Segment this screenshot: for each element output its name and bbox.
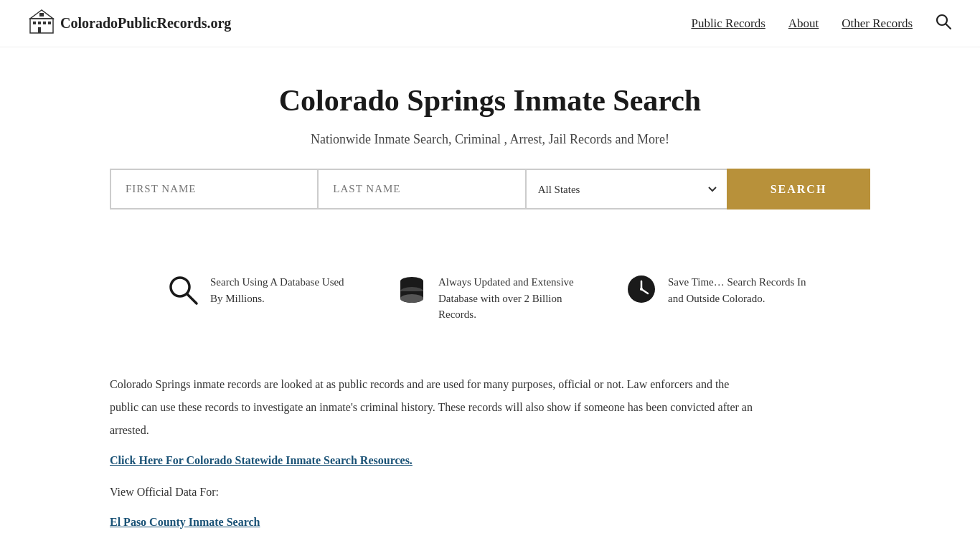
- database-icon: [397, 274, 427, 309]
- nav-search-icon[interactable]: [936, 14, 951, 34]
- logo[interactable]: ColoradoPublicRecords.org: [29, 9, 231, 38]
- clock-icon: [626, 274, 656, 309]
- first-name-input[interactable]: [110, 169, 317, 209]
- main-nav: Public Records About Other Records: [691, 14, 951, 34]
- svg-point-19: [640, 288, 643, 291]
- last-name-input[interactable]: [317, 169, 524, 209]
- main-content: Colorado Springs Inmate Search Nationwid…: [81, 47, 899, 551]
- logo-text: ColoradoPublicRecords.org: [60, 15, 231, 32]
- svg-point-15: [400, 294, 423, 303]
- hero-subtitle: Nationwide Inmate Search, Criminal , Arr…: [110, 132, 870, 147]
- svg-line-10: [946, 24, 951, 29]
- view-official-label: View Official Data For:: [110, 481, 755, 504]
- svg-rect-3: [43, 22, 46, 24]
- svg-rect-8: [39, 13, 44, 17]
- feature-database: Always Updated and Extensive Database wi…: [397, 274, 583, 323]
- feature-clock-text: Save Time… Search Records In and Outside…: [668, 274, 813, 306]
- page-title: Colorado Springs Inmate Search: [110, 83, 870, 118]
- nav-about[interactable]: About: [788, 17, 819, 31]
- svg-line-12: [187, 294, 197, 303]
- feature-search: Search Using A Database Used By Millions…: [167, 274, 354, 311]
- feature-clock: Save Time… Search Records In and Outside…: [626, 274, 813, 309]
- statewide-link[interactable]: Click Here For Colorado Statewide Inmate…: [110, 454, 413, 466]
- header: ColoradoPublicRecords.org Public Records…: [0, 0, 980, 47]
- nav-other-records[interactable]: Other Records: [842, 17, 913, 31]
- hero-section: Colorado Springs Inmate Search Nationwid…: [110, 47, 870, 260]
- svg-rect-5: [38, 27, 41, 33]
- search-bar: All States Alabama Alaska Arizona Arkans…: [110, 169, 870, 209]
- logo-icon: [29, 9, 55, 38]
- svg-rect-2: [38, 22, 41, 24]
- search-button[interactable]: SEARCH: [727, 169, 870, 209]
- feature-search-text: Search Using A Database Used By Millions…: [210, 274, 354, 306]
- content-paragraph: Colorado Springs inmate records are look…: [110, 373, 755, 442]
- svg-rect-4: [48, 22, 51, 24]
- state-select[interactable]: All States Alabama Alaska Arizona Arkans…: [525, 169, 727, 209]
- elpaso-link[interactable]: El Paso County Inmate Search: [110, 516, 260, 528]
- features-section: Search Using A Database Used By Millions…: [110, 260, 870, 359]
- svg-rect-1: [33, 22, 36, 24]
- nav-public-records[interactable]: Public Records: [691, 17, 765, 31]
- feature-database-text: Always Updated and Extensive Database wi…: [438, 274, 583, 323]
- magnify-icon: [167, 274, 199, 311]
- svg-rect-0: [30, 19, 53, 33]
- content-section: Colorado Springs inmate records are look…: [110, 359, 755, 552]
